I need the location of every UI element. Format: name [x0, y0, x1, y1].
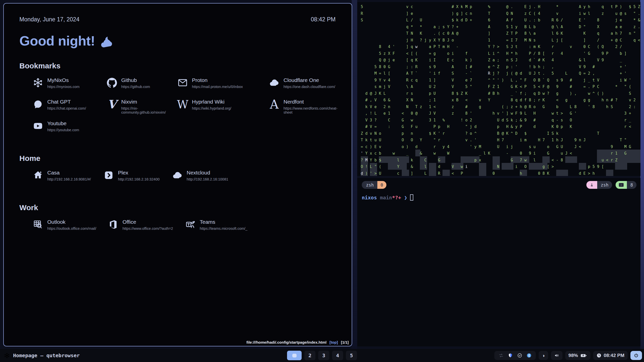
link-office[interactable]: Officehttps://www.office.com/?auth=2 [108, 218, 185, 232]
volume-control[interactable] [551, 351, 562, 360]
link-nerdfont[interactable]: ANerdfonthttps://www.nerdfonts.com/cheat… [269, 98, 337, 111]
link-url: https://outlook.office.com/mail/ [47, 227, 96, 231]
terminal-shell-window[interactable]: zsh 0 zsh › 8 nixos main [357, 178, 640, 346]
workspace-1[interactable] [287, 351, 302, 360]
link-url: https://wiki.hyprland.org/ [192, 106, 231, 110]
link-youtube[interactable]: Youtubehttps://youtube.com [32, 120, 106, 133]
link-text: Casahttp://192.168.2.16:8081/#/ [47, 169, 91, 181]
power-button[interactable] [630, 351, 642, 360]
link-text: Protonhttps://mail.proton.me/u/0/inbox [192, 77, 243, 89]
qutebrowser-window[interactable]: Monday, June 17, 2024 08:42 PM Good nigh… [3, 3, 352, 346]
link-text: MyNixOshttps://mynixos.com [47, 77, 79, 89]
statusbar-url: file:///home/hadi/.config/startpage/inde… [246, 340, 326, 344]
workspace-4[interactable]: 4 [332, 351, 343, 360]
tmux-session-label: 8 [627, 181, 636, 189]
statusbar-scroll-position: [top] [330, 340, 338, 344]
link-text: Teamshttps://teams.microsoft.com/_ [200, 218, 247, 231]
link-outlook[interactable]: Outlookhttps://outlook.office.com/mail/ [32, 218, 108, 232]
time-label: 08:42 PM [311, 16, 336, 23]
link-github[interactable]: Githubhttps://github.com [106, 77, 177, 90]
startpage-header: Monday, June 17, 2024 08:42 PM [19, 16, 336, 23]
link-name: Proton [192, 77, 243, 83]
link-url: https://www.nerdfonts.com/cheat-sheet [284, 106, 337, 114]
cloud-icon [172, 169, 183, 181]
shell-prompt[interactable]: nixos main *?+ ❯ [357, 189, 640, 201]
system-tray-area: ◑ 98% 08:42 PM [494, 351, 642, 360]
section-work: WorkOutlookhttps://outlook.office.com/ma… [19, 203, 336, 232]
active-workspace-indicator [292, 354, 297, 357]
link-text: Outlookhttps://outlook.office.com/mail/ [47, 218, 96, 231]
link-nextcloud[interactable]: Nextcloudhttp://192.168.2.16:10081 [172, 169, 336, 182]
prompt-git-status: *?+ [392, 195, 401, 201]
qutebrowser-statusbar: file:///home/hadi/.config/startpage/inde… [4, 338, 352, 346]
workspace-5[interactable]: 5 [346, 351, 357, 360]
link-text: Nixvimhttps://nix-community.github.io/ni… [121, 98, 177, 114]
tray-icon-group [494, 351, 536, 360]
desktop: Monday, June 17, 2024 08:42 PM Good nigh… [0, 0, 644, 362]
bluetooth-icon[interactable] [527, 353, 532, 358]
terminal-matrix-window[interactable]: 5 v c # X k M p % @ . E j . H * A y h q … [357, 2, 640, 176]
link-url: https://youtube.com [47, 128, 79, 132]
tmux-window-tab[interactable]: zsh 0 [362, 181, 386, 189]
moon-cloud-icon [100, 36, 116, 48]
section-grid: Outlookhttps://outlook.office.com/mail/O… [19, 218, 336, 232]
link-url: https://www.office.com/?auth=2 [123, 227, 173, 231]
workspace-3[interactable]: 3 [318, 351, 329, 360]
link-teams[interactable]: Teamshttps://teams.microsoft.com/_ [185, 218, 336, 232]
link-plex[interactable]: Plexhttp://192.168.2.16:32400 [103, 169, 172, 182]
link-name: Outlook [47, 219, 96, 225]
tmux-statusbar: zsh 0 zsh › 8 [357, 178, 640, 189]
check-icon[interactable] [517, 353, 522, 358]
night-light-icon: ◑ [542, 353, 545, 358]
shield-icon[interactable] [508, 353, 513, 358]
matrix-rain: 5 v c # X k M p % @ . E j . H * A y h q … [357, 2, 640, 176]
link-name: Nixvim [121, 99, 177, 105]
outlook-icon [32, 218, 44, 231]
link-mynixos[interactable]: MyNixOshttps://mynixos.com [32, 77, 106, 90]
link-text: Officehttps://www.office.com/?auth=2 [123, 218, 173, 231]
greeting: Good night! [19, 33, 336, 49]
tmux-user-widget: zsh [586, 181, 612, 189]
link-url: https://one.dash.cloudflare.com/ [284, 85, 335, 89]
teams-icon [185, 218, 196, 231]
night-light-toggle[interactable]: ◑ [539, 351, 548, 360]
section-grid: Casahttp://192.168.2.16:8081/#/Plexhttp:… [19, 169, 336, 182]
battery-indicator[interactable]: 98% [565, 351, 590, 360]
chat-icon [32, 98, 44, 110]
link-hyprland-wiki[interactable]: WHyprland Wikihttps://wiki.hyprland.org/ [177, 98, 269, 111]
vim-icon: V [106, 98, 117, 110]
link-name: Casa [47, 170, 91, 176]
cloud-icon [269, 77, 280, 89]
wiki-w-icon: W [177, 98, 188, 110]
section-title: Work [19, 203, 336, 212]
link-name: Hyprland Wiki [192, 99, 231, 105]
youtube-icon [32, 120, 44, 132]
tmux-window-index: 0 [377, 181, 386, 189]
taskbar-window-title-area[interactable]: Homepage — qutebrowser [4, 349, 80, 362]
tmux-status-right: zsh › 8 [586, 181, 636, 189]
link-nixvim[interactable]: VNixvimhttps://nix-community.github.io/n… [106, 98, 177, 111]
workspace-2[interactable]: 2 [304, 351, 315, 360]
office-icon [108, 218, 119, 231]
link-url: http://192.168.2.16:32400 [118, 177, 159, 181]
link-cloudflare-one[interactable]: Cloudflare Onehttps://one.dash.cloudflar… [269, 77, 337, 90]
wallpaper-gap [352, 0, 357, 349]
taskbar-time: 08:42 PM [604, 353, 624, 358]
section-title: Bookmarks [19, 62, 336, 70]
section-home: HomeCasahttp://192.168.2.16:8081/#/Plexh… [19, 154, 336, 182]
house-icon [32, 169, 44, 181]
link-url: http://192.168.2.16:10081 [187, 177, 228, 181]
link-chat-gpt[interactable]: Chat GPThttps://chat.openai.com/ [32, 98, 106, 111]
link-url: https://mynixos.com [47, 85, 79, 89]
link-name: Chat GPT [47, 99, 86, 105]
tmux-user-label: zsh [597, 181, 612, 189]
sync-icon[interactable] [499, 353, 504, 358]
workspace-switcher: 2345 [287, 351, 357, 360]
tmux-window-name: zsh [362, 181, 377, 189]
link-text: Youtubehttps://youtube.com [47, 120, 79, 132]
link-proton[interactable]: Protonhttps://mail.proton.me/u/0/inbox [177, 77, 269, 90]
link-text: Nextcloudhttp://192.168.2.16:10081 [187, 169, 228, 181]
link-casa[interactable]: Casahttp://192.168.2.16:8081/#/ [32, 169, 103, 182]
clock-widget[interactable]: 08:42 PM [593, 351, 628, 360]
link-url: https://nix-community.github.io/nixvim/ [121, 106, 177, 114]
